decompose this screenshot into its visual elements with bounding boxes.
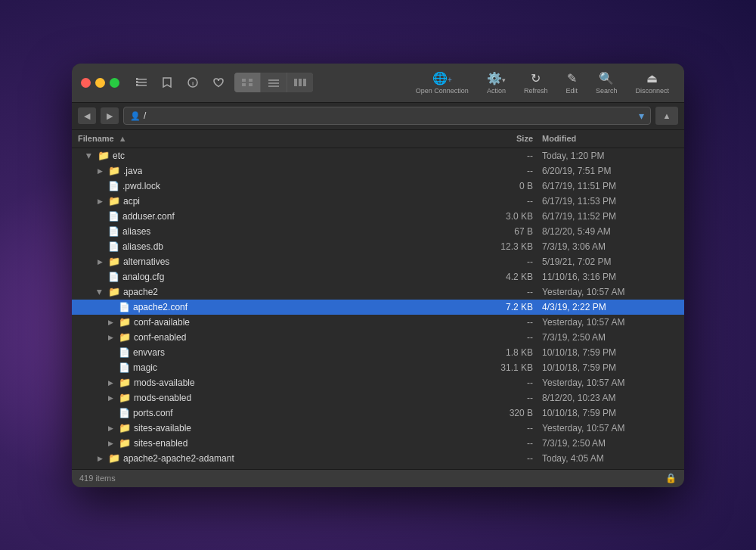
table-row[interactable]: ▶ 📁 .java -- 6/20/19, 7:51 PM: [72, 163, 684, 179]
filename-cell: 📄 aliases.db: [78, 241, 482, 252]
filename-cell: ▶ 📁 etc: [78, 150, 482, 161]
filename-cell: ▶ 📁 conf-available: [78, 316, 482, 328]
info-icon[interactable]: i: [183, 73, 203, 92]
table-row[interactable]: ▶ 📁 conf-enabled -- 7/3/19, 2:50 AM: [72, 330, 684, 345]
file-name: envvars: [133, 347, 165, 358]
table-row[interactable]: 📄 .pwd.lock 0 B 6/17/19, 11:51 PM: [72, 179, 684, 194]
table-row[interactable]: ▶ 📁 etc -- Today, 1:20 PM: [72, 148, 684, 163]
traffic-lights: [81, 78, 119, 88]
minimize-button[interactable]: [95, 78, 105, 88]
file-modified: 7/3/19, 2:50 AM: [542, 438, 678, 449]
modified-column-header[interactable]: Modified: [542, 134, 678, 143]
disconnect-btn[interactable]: ⏏ Disconnect: [629, 70, 675, 96]
file-size: --: [482, 332, 542, 343]
table-row[interactable]: ▶ 📁 alternatives -- 5/19/21, 7:02 PM: [72, 254, 684, 269]
action-btn[interactable]: ⚙️▾ Action: [481, 70, 512, 96]
table-row[interactable]: 📄 analog.cfg 4.2 KB 11/10/16, 3:16 PM: [72, 269, 684, 284]
file-modified: 8/12/20, 5:49 AM: [542, 226, 678, 237]
file-name: aliases: [122, 226, 150, 237]
icon-view-btn[interactable]: [234, 73, 260, 92]
table-row[interactable]: 📄 magic 31.1 KB 10/10/18, 7:59 PM: [72, 360, 684, 375]
file-size: 7.2 KB: [482, 302, 542, 312]
file-modified: 10/10/18, 7:59 PM: [542, 362, 678, 373]
view-toggle: [234, 73, 313, 92]
close-button[interactable]: [81, 78, 91, 88]
file-size: 3.0 KB: [482, 211, 542, 222]
table-row[interactable]: 📄 envvars 1.8 KB 10/10/18, 7:59 PM: [72, 345, 684, 360]
filename-cell: ▶ 📁 acpi: [78, 195, 482, 207]
filename-cell: ▶ 📁 sites-available: [78, 422, 482, 433]
path-field[interactable]: 👤 / ▾: [123, 107, 651, 125]
zoom-button[interactable]: [110, 78, 119, 88]
list-view-btn[interactable]: [261, 73, 287, 92]
file-name: mods-available: [134, 378, 195, 388]
folder-icon: 📁: [119, 392, 131, 403]
list-view-icon[interactable]: [132, 73, 151, 92]
disclosure-button[interactable]: ▶: [105, 393, 116, 403]
table-row[interactable]: ▶ 📁 sites-available -- Yesterday, 10:57 …: [72, 421, 684, 436]
disclosure-button[interactable]: ▶: [94, 166, 105, 176]
file-modified: 10/10/18, 7:59 PM: [542, 347, 678, 358]
file-size: --: [482, 438, 542, 449]
table-row[interactable]: 📄 aliases.db 12.3 KB 7/3/19, 3:06 AM: [72, 239, 684, 254]
disclosure-button[interactable]: ▶: [94, 453, 105, 464]
table-row[interactable]: 📄 ports.conf 320 B 10/10/18, 7:59 PM: [72, 406, 684, 421]
table-row[interactable]: ▶ 📁 apache2-apache2-adamant -- Today, 4:…: [72, 451, 684, 466]
disclosure-button[interactable]: ▶: [94, 287, 105, 297]
file-icon: 📄: [108, 181, 119, 191]
file-size: --: [482, 256, 542, 267]
path-up-button[interactable]: ▲: [655, 107, 678, 125]
svg-rect-8: [242, 79, 246, 82]
open-connection-icon: 🌐+: [432, 71, 452, 85]
file-name: analog.cfg: [122, 272, 164, 282]
table-row[interactable]: 📄 adduser.conf 3.0 KB 6/17/19, 11:52 PM: [72, 209, 684, 224]
table-row[interactable]: ▶ 📁 acpi -- 6/17/19, 11:53 PM: [72, 194, 684, 209]
disclosure-button[interactable]: ▶: [84, 151, 94, 161]
disclosure-button[interactable]: ▶: [105, 332, 116, 343]
file-name: apache2.conf: [133, 302, 187, 312]
open-connection-btn[interactable]: 🌐+ Open Connection: [410, 70, 475, 96]
table-row[interactable]: ▶ 📁 sites-enabled -- 7/3/19, 2:50 AM: [72, 436, 684, 451]
bookmark-icon[interactable]: [157, 73, 177, 92]
heart-icon[interactable]: [209, 73, 228, 92]
folder-icon: 📁: [108, 195, 120, 207]
finder-window: i: [72, 64, 684, 487]
forward-button[interactable]: ▶: [101, 107, 119, 124]
size-column-header[interactable]: Size: [482, 134, 542, 143]
file-size: 67 B: [482, 226, 542, 237]
svg-rect-10: [242, 83, 246, 86]
filename-cell: 📄 ports.conf: [78, 408, 482, 418]
disclosure-button[interactable]: ▶: [105, 317, 116, 328]
disclosure-button[interactable]: ▶: [94, 256, 105, 267]
folder-icon: 📁: [119, 377, 131, 388]
table-row[interactable]: 📄 apache2.conf 7.2 KB 4/3/19, 2:22 PM: [72, 300, 684, 315]
table-row[interactable]: ▶ 📁 apache2 -- Yesterday, 10:57 AM: [72, 284, 684, 300]
back-button[interactable]: ◀: [78, 107, 96, 124]
path-dropdown-arrow[interactable]: ▾: [639, 110, 644, 122]
file-modified: 5/19/21, 7:02 PM: [542, 256, 678, 267]
refresh-btn[interactable]: ↻ Refresh: [518, 70, 554, 96]
file-size: --: [482, 196, 542, 207]
disclosure-button[interactable]: ▶: [105, 378, 116, 388]
filename-column-header[interactable]: Filename ▲: [78, 134, 482, 143]
search-icon: 🔍: [599, 71, 614, 85]
svg-rect-17: [303, 79, 306, 86]
file-size: --: [482, 317, 542, 328]
table-row[interactable]: ▶ 📁 mods-enabled -- 8/12/20, 10:23 AM: [72, 390, 684, 406]
search-btn[interactable]: 🔍 Search: [590, 70, 624, 96]
column-view-btn[interactable]: [287, 73, 313, 92]
file-name: conf-enabled: [134, 332, 186, 343]
edit-btn[interactable]: ✎ Edit: [559, 70, 584, 96]
disclosure-button[interactable]: ▶: [105, 438, 116, 449]
item-count: 419 items: [79, 474, 665, 483]
file-modified: Yesterday, 10:57 AM: [542, 378, 678, 388]
table-row[interactable]: 📄 aliases 67 B 8/12/20, 5:49 AM: [72, 224, 684, 239]
sort-arrow: ▲: [119, 134, 127, 143]
table-row[interactable]: ▶ 📁 conf-available -- Yesterday, 10:57 A…: [72, 315, 684, 330]
file-name: acpi: [123, 196, 140, 207]
file-size: --: [482, 453, 542, 464]
file-name: magic: [133, 362, 157, 373]
disclosure-button[interactable]: ▶: [105, 423, 116, 433]
table-row[interactable]: ▶ 📁 mods-available -- Yesterday, 10:57 A…: [72, 375, 684, 390]
disclosure-button[interactable]: ▶: [94, 196, 105, 207]
